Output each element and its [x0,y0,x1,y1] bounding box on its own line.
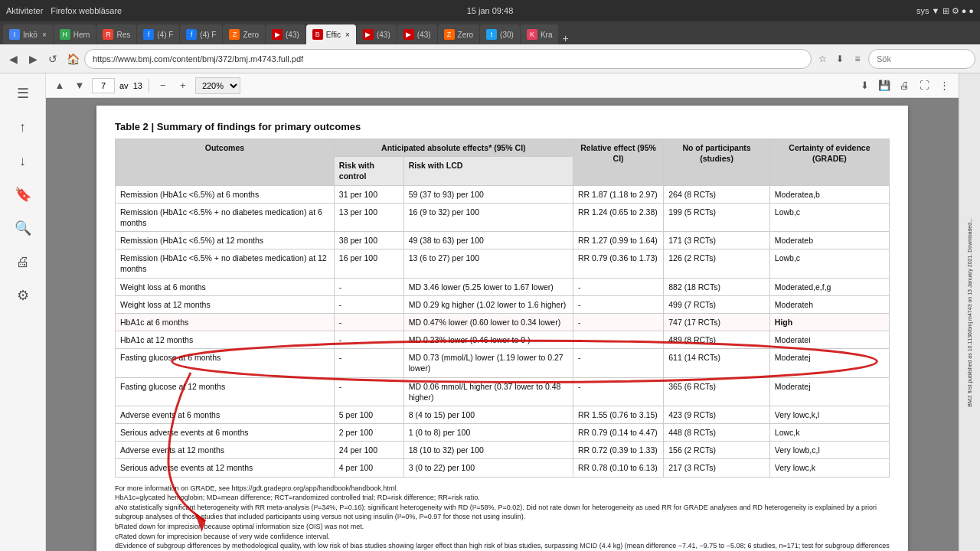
pdf-fullscreen-icon[interactable]: ⛶ [916,77,933,94]
table-cell-3-2: 13 (6 to 27) per 100 [403,249,573,278]
table-cell-5-4: 499 (7 RCTs) [664,295,770,313]
tab-zero2[interactable]: Z Zero [438,24,480,44]
zoom-in-button[interactable]: + [175,78,191,93]
table-row: Adverse events at 6 months5 per 1008 (4 … [116,406,890,423]
col-anticipated-header: Anticipated absolute effects* (95% CI) [334,139,573,157]
pdf-right-icons: ⬇ 💾 🖨 ⛶ ⋮ [856,77,952,94]
col-risk-control-header: Risk with control [334,157,403,185]
table-cell-7-5: Moderatei [769,331,889,349]
table-row: Remission (HbA1c <6.5%) at 12 months38 p… [116,232,890,249]
tab-hern[interactable]: H Hern [54,24,96,44]
table-cell-10-2: 8 (4 to 15) per 100 [403,406,573,423]
main-layout: ☰ ↑ ↓ 🔖 🔍 🖨 ⚙ ▲ ▼ av 13 − + 220% 100% 15… [0,73,980,551]
sidebar-icon-down[interactable]: ↓ [8,145,38,176]
zoom-select[interactable]: 220% 100% 150% 75% [195,77,240,94]
table-cell-11-2: 1 (0 to 8) per 100 [403,424,573,442]
table-cell-7-2: MD 0.23% lower (0.46 lower to 0 ) [403,331,573,349]
tab-43-3[interactable]: ▶ (43) [397,24,437,44]
table-cell-2-3: RR 1.27 (0.99 to 1.64) [573,232,663,249]
table-cell-6-4: 747 (17 RCTs) [664,313,770,331]
sidebar-icon-search[interactable]: 🔍 [8,213,38,243]
tab-30[interactable]: t (30) [480,24,520,44]
table-cell-11-3: RR 0.79 (0.14 to 4.47) [573,424,663,442]
pdf-print-icon[interactable]: 🖨 [896,77,913,94]
table-cell-13-1: 4 per 100 [334,459,403,477]
forward-button[interactable]: ▶ [24,51,41,67]
table-cell-0-2: 59 (37 to 93) per 100 [403,185,573,203]
table-cell-1-2: 16 (9 to 32) per 100 [403,203,573,231]
table-cell-3-3: RR 0.79 (0.36 to 1.73) [573,249,663,278]
table-cell-4-2: MD 3.46 lower (5.25 lower to 1.67 lower) [403,278,573,295]
pdf-up-button[interactable]: ▲ [52,78,67,93]
col-relative-header: Relative effect (95% CI) [573,139,663,186]
download-icon[interactable]: ⬇ [832,51,848,67]
tab-inkop[interactable]: I Inkö × [3,24,53,44]
datetime: 15 jan 09:48 [467,6,514,15]
table-row: Remission (HbA1c <6.5% + no diabetes med… [116,203,890,231]
table-body: Remission (HbA1c <6.5%) at 6 months31 pe… [116,185,890,477]
pdf-content[interactable]: Table 2 | Summary of findings for primar… [46,98,959,551]
table-cell-0-3: RR 1.87 (1.18 to 2.97) [573,185,663,203]
table-cell-10-0: Adverse events at 6 months [116,406,335,423]
table-cell-9-0: Fasting glucose at 12 months [116,377,335,406]
table-cell-1-1: 13 per 100 [334,203,403,231]
footnote-item: aNo statistically significant heterogene… [115,503,890,522]
tab-zero1[interactable]: Z Zero [223,24,265,44]
settings-icon[interactable]: ≡ [850,51,865,67]
table-cell-12-2: 18 (10 to 32) per 100 [403,442,573,459]
table-cell-1-3: RR 1.24 (0.65 to 2.38) [573,203,663,231]
pdf-download-icon[interactable]: ⬇ [856,77,873,94]
new-tab-button[interactable]: + [562,32,568,44]
browser-tabs: I Inkö × H Hern R Res f (4) F f (4) F Z … [0,21,980,44]
url-bar[interactable] [84,49,812,69]
tab-effic[interactable]: B Effic × [306,24,356,44]
table-cell-6-2: MD 0.47% lower (0.60 lower to 0.34 lower… [403,313,573,331]
tab-43-2[interactable]: ▶ (43) [357,24,397,44]
footnote-item: bRated down for imprecision because opti… [115,522,890,532]
table-cell-11-4: 448 (8 RCTs) [664,424,770,442]
firefox-label[interactable]: Firefox webbläsare [51,6,122,15]
col-participants-header: No of participants (studies) [664,139,770,186]
table-cell-9-1: - [334,377,403,406]
sidebar-icon-settings[interactable]: ⚙ [8,280,38,311]
table-cell-12-5: Very lowb,c,l [769,442,889,459]
table-cell-10-5: Very lowc,k,l [769,406,889,423]
table-cell-7-3: - [573,331,663,349]
toolbar-separator [149,79,149,93]
col-certainty-header: Certainty of evidence (GRADE) [769,139,889,186]
col-outcomes-header: Outcomes [116,139,335,186]
sidebar-icon-up[interactable]: ↑ [8,112,38,142]
table-cell-10-3: RR 1.55 (0.76 to 3.15) [573,406,663,423]
sidebar-icon-menu[interactable]: ☰ [8,78,38,109]
tab-4f1[interactable]: f (4) F [137,24,179,44]
back-button[interactable]: ◀ [5,51,21,67]
table-row: Serious adverse events at 6 months2 per … [116,424,890,442]
search-input[interactable] [868,49,975,69]
pdf-more-icon[interactable]: ⋮ [936,77,952,94]
table-cell-8-5: Moderatej [769,349,889,377]
bookmark-icon[interactable]: ☆ [815,51,830,67]
sidebar-icon-print[interactable]: 🖨 [8,246,38,277]
page-number-input[interactable] [92,78,115,93]
browser-toolbar: ◀ ▶ ↺ 🏠 ☆ ⬇ ≡ [0,44,980,73]
reload-button[interactable]: ↺ [44,51,61,67]
tab-res[interactable]: R Res [96,24,136,44]
table-cell-5-5: Moderateh [769,295,889,313]
activities-label[interactable]: Aktiviteter [6,6,43,15]
tab-43-1[interactable]: ▶ (43) [266,24,305,44]
sidebar-icon-bookmark[interactable]: 🔖 [8,179,38,210]
pdf-save-icon[interactable]: 💾 [876,77,893,94]
table-cell-2-4: 171 (3 RCTs) [664,232,770,249]
table-cell-6-1: - [334,313,403,331]
table-row: Fasting glucose at 6 months-MD 0.73 (mmo… [116,349,890,377]
pdf-down-button[interactable]: ▼ [72,78,87,93]
tab-kra[interactable]: K Kra [521,24,559,44]
home-button[interactable]: 🏠 [64,51,81,67]
table-cell-9-5: Moderatej [769,377,889,406]
table-cell-0-4: 264 (8 RCTs) [664,185,770,203]
footnote-item: HbA1c=glycated hemoglobin; MD=mean diffe… [115,493,890,503]
tab-4f2[interactable]: f (4) F [180,24,222,44]
zoom-out-button[interactable]: − [155,78,171,93]
table-cell-12-0: Adverse events at 12 months [116,442,335,459]
right-sidebar: BMJ: first published as 10.1136/bmj.m474… [959,73,980,551]
